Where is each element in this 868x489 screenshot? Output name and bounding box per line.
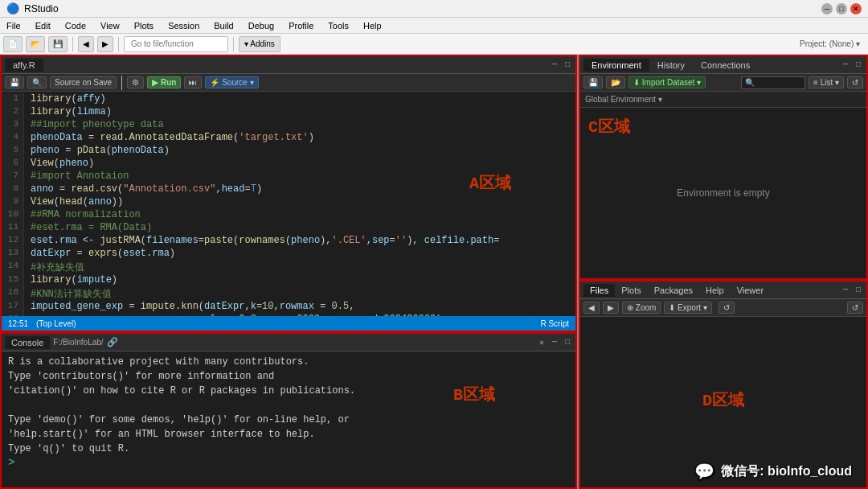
files-options-btn[interactable]: ↺ (847, 302, 863, 314)
files-back-btn[interactable]: ◀ (583, 302, 600, 314)
files-tab-bar: Files Plots Packages Help Viewer ─ □ (580, 281, 866, 299)
run-button[interactable]: ▶ Run (147, 76, 181, 88)
save-button[interactable]: 💾 (48, 36, 68, 52)
env-tab-controls: ─ □ (841, 60, 863, 69)
files-export-btn[interactable]: ⬇ Export ▾ (664, 302, 711, 314)
env-search-input[interactable] (741, 76, 805, 89)
scope-indicator: (Top Level) (36, 319, 76, 328)
editor-save-btn[interactable]: 💾 (5, 76, 24, 88)
tab-connections[interactable]: Connections (693, 59, 758, 72)
files-minimize-icon[interactable]: ─ (841, 286, 850, 294)
minimize-button[interactable]: ─ (821, 3, 833, 14)
tab-history[interactable]: History (649, 59, 693, 72)
console-tab-bar: Console F:/BioInfoLab/ 🔗 ✕ ─ □ (2, 334, 575, 351)
menu-session[interactable]: Session (165, 21, 203, 31)
title-bar: 🔵 RStudio ─ □ ✕ (0, 0, 868, 18)
menu-file[interactable]: File (3, 21, 24, 31)
global-env-label[interactable]: Global Environment ▾ (585, 95, 662, 104)
files-zoom-btn[interactable]: ⊕ Zoom (622, 302, 661, 314)
menu-plots[interactable]: Plots (131, 21, 157, 31)
files-toolbar: ◀ ▶ ⊕ Zoom ⬇ Export ▾ ↺ ↺ (580, 299, 866, 317)
editor-minimize-icon[interactable]: ─ (550, 60, 559, 69)
env-refresh-btn[interactable]: ↺ (847, 76, 863, 88)
toolbar-separator-2 (118, 37, 119, 51)
addins-button[interactable]: ▾ Addins (239, 36, 280, 52)
console-link-icon: 🔗 (107, 337, 118, 347)
menu-profile[interactable]: Profile (285, 21, 317, 31)
env-open-btn[interactable]: 📂 (606, 76, 625, 88)
env-empty-message: Environment is empty (677, 187, 769, 199)
toolbar-separator-3 (233, 37, 234, 51)
code-line-3: 3 ##import phenotype data (2, 119, 575, 132)
menu-code[interactable]: Code (62, 21, 89, 31)
menu-view[interactable]: View (97, 21, 123, 31)
files-refresh-btn[interactable]: ↺ (719, 302, 735, 314)
env-tabs: Environment History Connections (583, 59, 758, 72)
toolbar-separator-1 (72, 37, 73, 51)
watermark: 💬 微信号: bioInfo_cloud (694, 462, 852, 481)
tab-files[interactable]: Files (583, 284, 615, 297)
source-on-save-btn[interactable]: Source on Save (50, 76, 117, 88)
area-label-d: D区域 (702, 389, 744, 411)
tab-help[interactable]: Help (699, 284, 731, 297)
console-tab[interactable]: Console (5, 336, 50, 349)
main-layout: affy.R ─ □ 💾 🔍 Source on Save ⚙ ▶ Run ⏭ … (0, 55, 868, 489)
code-line-14: 14 #补充缺失值 (2, 261, 575, 274)
open-file-button[interactable]: 📂 (26, 36, 45, 52)
env-list-btn[interactable]: ≡ List ▾ (809, 76, 844, 88)
console-maximize-icon[interactable]: □ (563, 338, 572, 347)
menu-help[interactable]: Help (360, 21, 385, 31)
code-line-10: 10 ##RMA normalization (2, 209, 575, 222)
console-output: R is a collaborative project with many c… (8, 355, 569, 456)
editor-tab-affy[interactable]: affy.R (5, 59, 43, 72)
menu-debug[interactable]: Debug (245, 21, 277, 31)
console-content: B区域 R is a collaborative project with ma… (2, 351, 575, 487)
menu-bar: File Edit Code View Plots Session Build … (0, 18, 868, 34)
env-global-bar: Global Environment ▾ (580, 92, 866, 108)
console-minimize-icon[interactable]: ─ (550, 338, 559, 347)
run-next-btn[interactable]: ⏭ (184, 76, 202, 88)
files-tab-controls: ─ □ (841, 286, 863, 294)
files-forward-btn[interactable]: ▶ (603, 302, 619, 314)
tab-viewer[interactable]: Viewer (731, 284, 770, 297)
forward-button[interactable]: ▶ (97, 36, 113, 52)
code-line-12: 12 eset.rma <- justRMA(filenames=paste(r… (2, 235, 575, 248)
maximize-button[interactable]: □ (836, 3, 847, 14)
editor-tab-controls: ─ □ (550, 60, 572, 69)
import-dataset-btn[interactable]: ⬇ Import Dataset ▾ (628, 76, 706, 88)
env-minimize-icon[interactable]: ─ (841, 60, 850, 69)
files-maximize-icon[interactable]: □ (854, 286, 863, 294)
editor-status-bar: 12:51 (Top Level) R Script (2, 316, 575, 331)
goto-input[interactable] (124, 36, 228, 52)
env-right-controls: ≡ List ▾ ↺ (741, 76, 863, 89)
close-button[interactable]: ✕ (850, 3, 862, 14)
new-file-button[interactable]: 📄 (3, 36, 23, 52)
tab-environment[interactable]: Environment (583, 59, 649, 72)
editor-search-btn[interactable]: 🔍 (27, 76, 47, 88)
tab-packages[interactable]: Packages (648, 284, 699, 297)
env-save-btn[interactable]: 💾 (583, 76, 603, 88)
env-tab-bar: Environment History Connections ─ □ (580, 56, 866, 74)
console-prompt: > (8, 456, 569, 469)
menu-edit[interactable]: Edit (32, 21, 54, 31)
environment-pane: Environment History Connections ─ □ 💾 📂 … (579, 55, 868, 280)
tab-plots[interactable]: Plots (615, 284, 647, 297)
editor-maximize-icon[interactable]: □ (563, 60, 572, 69)
editor-tb-sep (121, 76, 122, 90)
back-button[interactable]: ◀ (78, 36, 94, 52)
menu-tools[interactable]: Tools (325, 21, 352, 31)
console-pane: Console F:/BioInfoLab/ 🔗 ✕ ─ □ B区域 R is … (0, 332, 577, 489)
files-pane: Files Plots Packages Help Viewer ─ □ ◀ ▶… (579, 280, 868, 489)
editor-tab-bar: affy.R ─ □ (2, 56, 575, 74)
console-path: F:/BioInfoLab/ (53, 338, 103, 347)
code-line-6: 6 View(pheno) (2, 158, 575, 171)
console-clear-btn[interactable]: ✕ (537, 338, 547, 347)
editor-toolbar: 💾 🔍 Source on Save ⚙ ▶ Run ⏭ ⚡ Source ▾ (2, 74, 575, 92)
files-tabs: Files Plots Packages Help Viewer (583, 284, 770, 297)
project-badge[interactable]: Project: (None) ▾ (795, 39, 865, 48)
code-line-2: 2 library(limma) (2, 106, 575, 119)
menu-build[interactable]: Build (211, 21, 236, 31)
source-button[interactable]: ⚡ Source ▾ (205, 76, 258, 88)
code-tools-btn[interactable]: ⚙ (127, 76, 144, 88)
env-maximize-icon[interactable]: □ (854, 60, 863, 69)
